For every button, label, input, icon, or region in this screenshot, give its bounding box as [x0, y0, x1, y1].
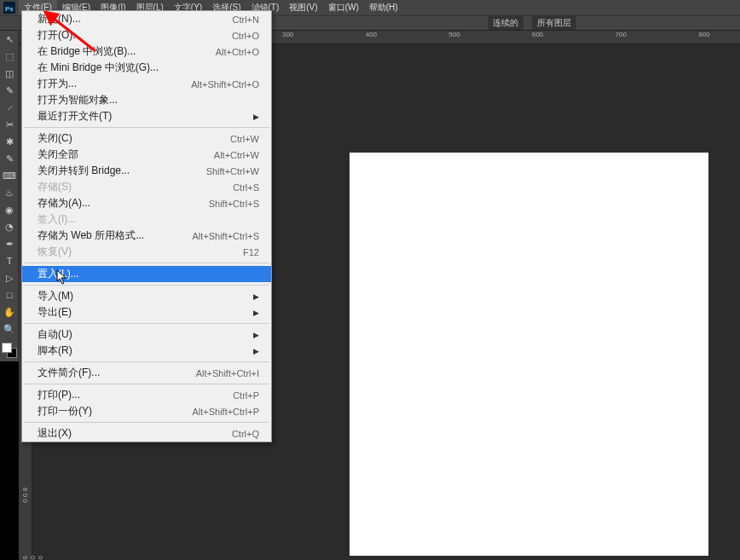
- menu-item-label: 存储为 Web 所用格式...: [38, 228, 144, 243]
- menu-item[interactable]: 新建(N)...Ctrl+N: [22, 11, 271, 27]
- ruler-h-tick: 400: [366, 31, 408, 43]
- options-bar-right: 连续的 所有图层: [488, 16, 576, 30]
- menu-item[interactable]: 在 Mini Bridge 中浏览(G)...: [22, 60, 271, 76]
- menu-item-label: 关闭并转到 Bridge...: [38, 164, 130, 178]
- menu-item-label: 关闭全部: [38, 147, 78, 162]
- menu-item[interactable]: 打印(P)...Ctrl+P: [22, 387, 271, 403]
- submenu-arrow-icon: ▶: [253, 292, 259, 301]
- menu-item[interactable]: 自动(U)▶: [22, 326, 271, 343]
- tool-8[interactable]: ⌨: [0, 167, 19, 184]
- tool-13[interactable]: T: [0, 252, 19, 269]
- menu-item[interactable]: 退出(X)Ctrl+Q: [22, 425, 271, 442]
- menu-item-shortcut: Alt+Shift+Ctrl+O: [191, 79, 259, 89]
- menu-item-shortcut: Ctrl+S: [233, 182, 259, 193]
- menu-item[interactable]: 关闭(C)Ctrl+W: [22, 130, 271, 147]
- menu-item-8[interactable]: 窗口(W): [323, 0, 364, 15]
- menu-item: 恢复(V)F12: [22, 244, 271, 260]
- photoshop-icon: Ps: [3, 2, 15, 14]
- menu-item-shortcut: Ctrl+Q: [232, 429, 259, 439]
- ruler-v-tick: 8 0 0: [21, 488, 29, 503]
- menu-item-shortcut: Ctrl+P: [233, 390, 259, 401]
- menu-item-label: 自动(U): [38, 327, 72, 342]
- menu-item[interactable]: 导出(E)▶: [22, 304, 271, 320]
- menu-item-7[interactable]: 视图(V): [284, 0, 322, 15]
- menu-item-shortcut: Shift+Ctrl+W: [206, 166, 259, 176]
- color-swatches[interactable]: [0, 341, 18, 361]
- menu-item[interactable]: 导入(M)▶: [22, 288, 271, 304]
- filter-contiguous[interactable]: 连续的: [488, 16, 523, 30]
- menu-item[interactable]: 打开(O)...Ctrl+O: [22, 27, 271, 43]
- menu-item-label: 导出(E): [38, 305, 72, 320]
- ruler-h-tick: [490, 31, 532, 43]
- tool-9[interactable]: ♨: [0, 184, 19, 201]
- menu-item[interactable]: 打印一份(Y)Alt+Shift+Ctrl+P: [22, 403, 271, 419]
- menu-item-label: 导入(M): [38, 289, 73, 303]
- filter-all-layers[interactable]: 所有图层: [532, 16, 576, 30]
- tool-16[interactable]: ✋: [0, 303, 19, 320]
- menu-item-label: 新建(N)...: [38, 12, 81, 26]
- menu-item[interactable]: 置入(L)...: [22, 266, 271, 282]
- file-menu-dropdown: 新建(N)...Ctrl+N打开(O)...Ctrl+O在 Bridge 中浏览…: [21, 10, 272, 442]
- menu-item-label: 打印一份(Y): [38, 404, 92, 419]
- menu-item[interactable]: 关闭全部Alt+Ctrl+W: [22, 147, 271, 163]
- tool-5[interactable]: ✂: [0, 116, 19, 133]
- ruler-h-tick: 500: [448, 31, 490, 43]
- tool-17[interactable]: 🔍: [0, 320, 19, 338]
- menu-item[interactable]: 文件简介(F)...Alt+Shift+Ctrl+I: [22, 365, 271, 381]
- document-canvas[interactable]: [350, 153, 708, 556]
- menu-item-shortcut: Alt+Shift+Ctrl+P: [192, 407, 259, 417]
- menu-item-label: 在 Mini Bridge 中浏览(G)...: [38, 61, 159, 75]
- menu-item[interactable]: 存储为(A)...Shift+Ctrl+S: [22, 195, 271, 211]
- ruler-v-tick: 9 0 0: [21, 556, 44, 560]
- menu-item-shortcut: Alt+Shift+Ctrl+I: [196, 368, 259, 378]
- menu-item[interactable]: 存储为 Web 所用格式...Alt+Shift+Ctrl+S: [22, 228, 271, 244]
- tool-14[interactable]: ▷: [0, 269, 19, 286]
- menu-item[interactable]: 在 Bridge 中浏览(B)...Alt+Ctrl+O: [22, 43, 271, 60]
- ruler-h-tick: [656, 31, 698, 43]
- menu-item[interactable]: 打开为...Alt+Shift+Ctrl+O: [22, 76, 271, 92]
- tool-4[interactable]: ⟋: [0, 99, 19, 116]
- menu-item-label: 签入(I)...: [38, 212, 76, 227]
- menu-item-shortcut: Alt+Shift+Ctrl+S: [192, 231, 259, 241]
- tool-3[interactable]: ✎: [0, 82, 19, 99]
- submenu-arrow-icon: ▶: [253, 331, 259, 339]
- menu-item[interactable]: 最近打开文件(T)▶: [22, 108, 271, 124]
- menu-item-label: 在 Bridge 中浏览(B)...: [38, 44, 136, 59]
- tool-7[interactable]: ✎: [0, 150, 19, 167]
- tool-12[interactable]: ✒: [0, 235, 19, 252]
- menu-item[interactable]: 脚本(R)▶: [22, 343, 271, 359]
- tool-15[interactable]: □: [0, 286, 19, 303]
- menu-item: 存储(S)Ctrl+S: [22, 179, 271, 195]
- menu-item-label: 文件简介(F)...: [38, 366, 100, 380]
- foreground-color-swatch[interactable]: [2, 343, 12, 353]
- menu-item-label: 最近打开文件(T): [38, 109, 112, 124]
- menu-item-shortcut: F12: [243, 247, 259, 257]
- toolbox: ↖⬚◫✎⟋✂✱✎⌨♨◉◔✒T▷□✋🔍: [0, 31, 19, 361]
- ruler-h-tick: 800: [698, 31, 740, 43]
- menu-item-shortcut: Alt+Ctrl+O: [216, 47, 259, 57]
- menu-item[interactable]: 打开为智能对象...: [22, 92, 271, 108]
- submenu-arrow-icon: ▶: [253, 309, 259, 317]
- menu-item-label: 置入(L)...: [38, 267, 79, 281]
- menu-item-shortcut: Alt+Ctrl+W: [214, 150, 259, 160]
- menu-item[interactable]: 关闭并转到 Bridge...Shift+Ctrl+W: [22, 163, 271, 179]
- submenu-arrow-icon: ▶: [253, 113, 259, 121]
- tool-11[interactable]: ◔: [0, 218, 19, 235]
- menu-item-label: 存储(S): [38, 180, 72, 194]
- menu-item-label: 存储为(A)...: [38, 196, 90, 211]
- ruler-h-tick: [574, 31, 616, 43]
- menu-item-label: 打印(P)...: [38, 388, 80, 402]
- tool-0[interactable]: ↖: [0, 31, 19, 48]
- tool-6[interactable]: ✱: [0, 133, 19, 150]
- menu-item-label: 脚本(R): [38, 344, 72, 358]
- menu-item-shortcut: Ctrl+W: [230, 134, 259, 144]
- menu-item-shortcut: Shift+Ctrl+S: [209, 199, 259, 209]
- menu-item-label: 打开为智能对象...: [38, 93, 118, 107]
- menu-item-label: 打开(O)...: [38, 28, 81, 43]
- ruler-h-tick: [324, 31, 366, 43]
- ruler-h-tick: 700: [616, 31, 657, 43]
- tool-1[interactable]: ⬚: [0, 48, 19, 65]
- menu-item-9[interactable]: 帮助(H): [364, 0, 403, 15]
- tool-2[interactable]: ◫: [0, 65, 19, 82]
- tool-10[interactable]: ◉: [0, 201, 19, 218]
